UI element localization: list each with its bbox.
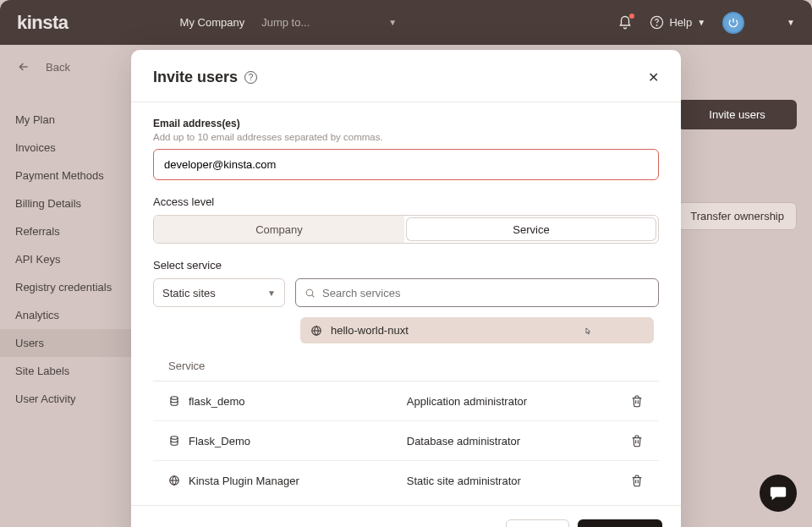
service-name: Kinsta Plugin Manager — [189, 475, 299, 487]
chat-widget[interactable] — [760, 475, 797, 512]
search-icon — [304, 288, 315, 299]
email-label: Email address(es) — [153, 118, 659, 129]
svg-point-4 — [171, 397, 178, 400]
svg-point-5 — [171, 436, 178, 440]
select-service-row: Static sites ▼ hello-world-nuxt — [153, 278, 659, 307]
sidebar-item-invoices[interactable]: Invoices — [0, 134, 135, 162]
cursor-pointer-icon — [583, 326, 593, 338]
topbar: kinsta My Company Jump to... ▼ Help ▼ ▼ — [0, 0, 812, 45]
select-service-label: Select service — [153, 259, 659, 272]
trash-icon[interactable] — [630, 433, 644, 448]
topbar-right: Help ▼ ▼ — [617, 12, 795, 34]
chat-icon — [769, 484, 787, 502]
sidebar-item-user-activity[interactable]: User Activity — [0, 385, 135, 413]
service-role: Application administrator — [407, 395, 620, 408]
service-row: Flask_Demo Database administrator — [153, 421, 659, 461]
logo: kinsta — [17, 12, 69, 34]
sidebar-item-referrals[interactable]: Referrals — [0, 217, 135, 245]
service-name: Flask_Demo — [189, 435, 250, 447]
invite-users-modal: Invite users ? ✕ Email address(es) Add u… — [131, 50, 681, 527]
jump-to-label: Jump to... — [261, 16, 310, 29]
globe-icon — [168, 475, 180, 486]
help-menu[interactable]: Help ▼ — [650, 15, 705, 30]
services-dropdown: hello-world-nuxt — [295, 312, 659, 349]
trash-icon[interactable] — [630, 473, 644, 488]
back-label[interactable]: Back — [46, 61, 70, 74]
search-services-box[interactable] — [295, 278, 659, 307]
email-hint: Add up to 10 email addresses separated b… — [153, 132, 659, 142]
sidebar-item-api-keys[interactable]: API Keys — [0, 245, 135, 273]
account-avatar[interactable] — [722, 12, 744, 34]
notification-dot — [629, 14, 634, 19]
dropdown-item-label: hello-world-nuxt — [331, 324, 409, 337]
close-icon[interactable]: ✕ — [648, 69, 659, 85]
svg-point-1 — [657, 25, 658, 26]
power-icon — [727, 17, 739, 29]
modal-footer: Cancel Send invite — [131, 505, 681, 527]
sidebar-item-registry-credentials[interactable]: Registry credentials — [0, 273, 135, 301]
chevron-down-icon: ▼ — [267, 288, 276, 298]
modal-body: Email address(es) Add up to 10 email add… — [131, 102, 681, 505]
database-icon — [168, 435, 180, 447]
table-header-service: Service — [153, 351, 659, 382]
chevron-down-icon[interactable]: ▼ — [787, 18, 795, 27]
transfer-ownership-button[interactable]: Transfer ownership — [678, 202, 797, 230]
sidebar-item-site-labels[interactable]: Site Labels — [0, 357, 135, 385]
service-type-value: Static sites — [162, 287, 216, 299]
dropdown-item-hello-world-nuxt[interactable]: hello-world-nuxt — [300, 317, 654, 343]
sidebar: My Plan Invoices Payment Methods Billing… — [0, 106, 135, 413]
modal-header: Invite users ? ✕ — [131, 50, 681, 102]
help-label: Help — [669, 16, 692, 29]
sidebar-item-users[interactable]: Users — [0, 329, 135, 357]
database-icon — [168, 395, 180, 407]
segment-company[interactable]: Company — [154, 216, 404, 243]
company-name[interactable]: My Company — [180, 16, 245, 29]
modal-title: Invite users — [153, 69, 238, 86]
help-icon — [650, 15, 664, 30]
search-services-input[interactable] — [322, 287, 650, 299]
segment-service[interactable]: Service — [406, 217, 656, 241]
sidebar-item-analytics[interactable]: Analytics — [0, 301, 135, 329]
svg-point-2 — [306, 289, 313, 296]
service-role: Static site administrator — [407, 475, 620, 487]
jump-to-selector[interactable]: Jump to... ▼ — [261, 16, 397, 29]
send-invite-button[interactable]: Send invite — [578, 519, 662, 527]
service-type-select[interactable]: Static sites ▼ — [153, 278, 285, 307]
help-icon[interactable]: ? — [244, 71, 257, 84]
invite-users-button[interactable]: Invite users — [678, 100, 797, 129]
sidebar-item-payment-methods[interactable]: Payment Methods — [0, 162, 135, 189]
sidebar-item-my-plan[interactable]: My Plan — [0, 106, 135, 134]
chevron-down-icon: ▼ — [388, 18, 397, 27]
access-level-label: Access level — [153, 195, 659, 208]
notifications-button[interactable] — [617, 15, 633, 30]
service-row: Kinsta Plugin Manager Static site admini… — [153, 461, 659, 500]
email-input[interactable] — [153, 149, 659, 180]
globe-icon — [310, 325, 322, 337]
chevron-down-icon: ▼ — [697, 18, 705, 27]
sidebar-item-billing-details[interactable]: Billing Details — [0, 189, 135, 217]
cancel-button[interactable]: Cancel — [506, 519, 568, 527]
service-row: flask_demo Application administrator — [153, 382, 659, 421]
trash-icon[interactable] — [630, 393, 644, 409]
selected-services-table: Service flask_demo Application administr… — [153, 351, 659, 500]
access-level-segment: Company Service — [153, 215, 659, 244]
service-name: flask_demo — [189, 395, 244, 408]
arrow-left-icon[interactable] — [17, 60, 30, 74]
service-role: Database administrator — [407, 435, 620, 447]
main-actions: Invite users Transfer ownership — [678, 100, 797, 230]
